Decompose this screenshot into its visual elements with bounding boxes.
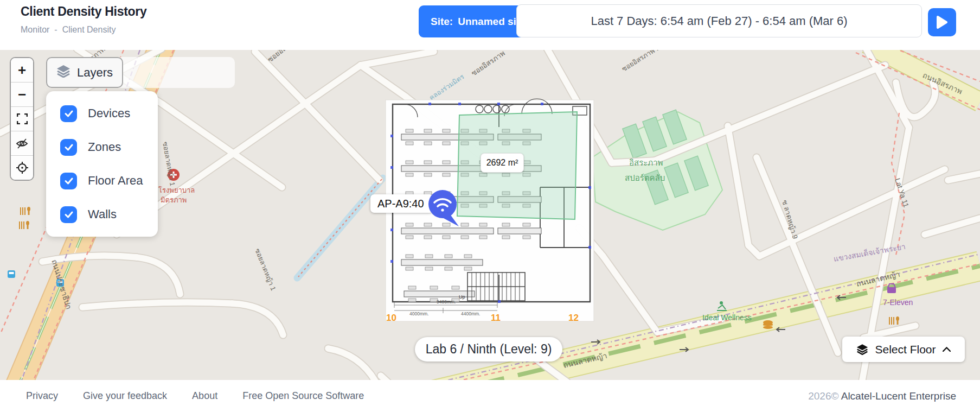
breadcrumb-section: Monitor [21,25,49,35]
access-point-marker[interactable] [426,187,465,231]
layer-label: Floor Area [88,174,143,188]
ap-name: AP-A9:40 [377,198,424,210]
hide-overlays-button[interactable] [11,131,33,156]
floors-icon [856,344,868,355]
dimension-label: 9400mm. [437,299,456,305]
stairs-up-label: Up [459,294,465,300]
map-controls: + − [10,57,34,181]
zone-area-label: 2692 m² [481,153,524,173]
layer-label: Devices [88,106,130,121]
page-title: Client Density History [21,4,146,19]
fullscreen-button[interactable] [11,107,33,131]
eye-off-icon [16,137,28,150]
breadcrumb-page: Client Density [62,25,116,35]
layers-button-label: Layers [77,66,113,80]
poi-label: 7-Eleven [883,298,913,307]
minus-icon: − [18,86,26,103]
date-range-picker[interactable]: Last 7 Days: 6:54 am (Feb 27) - 6:54 am … [516,4,922,37]
privacy-link[interactable]: Privacy [26,390,58,402]
layers-button[interactable]: Layers [46,57,123,88]
footer-links: Privacy Give your feedback About Free Op… [0,390,364,402]
layers-icon [56,65,71,81]
layer-toggle-devices[interactable]: Devices [60,105,158,122]
layers-panel: Devices Zones Floor Area Walls [46,91,158,237]
dimension-label: 4000mm. [409,311,428,316]
site-value: Unnamed site [458,16,526,28]
zoom-out-button[interactable]: − [11,83,33,107]
fullscreen-icon [17,113,28,124]
grid-number: 12 [568,313,579,323]
fastfood-icon [763,320,773,329]
poi-label: Ideal Wellness [702,313,752,322]
grid-number: 10 [386,313,396,323]
page-header: Client Density History Monitor - Client … [0,0,980,50]
park-label: สปอร์ตคลับ [625,173,665,182]
plus-icon: + [18,62,26,79]
grid-number: 11 [491,313,501,323]
checkbox-checked-icon[interactable] [60,139,77,156]
select-floor-button[interactable]: Select Floor [842,337,965,362]
breadcrumb: Monitor - Client Density [21,25,116,35]
site-label: Site: [431,16,453,28]
feedback-link[interactable]: Give your feedback [83,390,167,402]
crosshair-icon [16,161,29,174]
select-floor-label: Select Floor [875,343,936,356]
layer-label: Walls [88,207,117,221]
layer-toggle-zones[interactable]: Zones [60,139,158,156]
dimension-label: 4400mm. [461,311,480,316]
current-floor-text: Lab 6 / Ninth (Level: 9) [426,342,552,357]
zone-area-value: 2692 m² [486,158,518,168]
checkbox-checked-icon[interactable] [60,173,77,189]
foss-link[interactable]: Free Open Source Software [242,390,364,402]
hospital-label: มิตรภาพ [161,196,187,204]
date-range-text: Last 7 Days: 6:54 am (Feb 27) - 6:54 am … [591,14,847,28]
copyright-owner: Alcatel-Lucent Enterprise [841,390,956,402]
about-link[interactable]: About [192,390,217,402]
hospital-label: โรงพยาบาล [158,186,195,194]
checkbox-checked-icon[interactable] [60,105,77,122]
chevron-up-icon [943,347,951,352]
play-button[interactable] [928,8,956,36]
layer-toggle-walls[interactable]: Walls [60,206,158,223]
breadcrumb-separator: - [54,25,57,35]
zoom-in-button[interactable]: + [11,58,33,83]
park-label: อิสระภาพ [629,158,663,167]
play-icon [936,15,948,29]
copyright: 2026© Alcatel-Lucent Enterprise [808,390,956,402]
layer-toggle-floor-area[interactable]: Floor Area [60,173,158,189]
page-footer: Privacy Give your feedback About Free Op… [0,380,980,412]
copyright-year: 2026© [808,390,838,402]
layer-label: Zones [88,140,121,154]
locate-button[interactable] [11,156,33,180]
ap-tooltip: AP-A9:40 [370,194,433,213]
current-floor-label: Lab 6 / Ninth (Level: 9) [415,337,562,362]
checkbox-checked-icon[interactable] [60,206,77,223]
